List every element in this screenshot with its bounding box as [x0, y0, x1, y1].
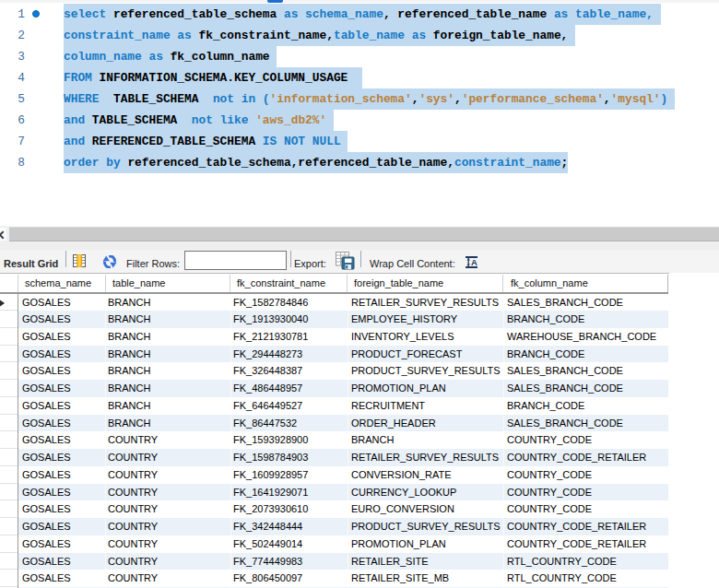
svg-text:A: A	[471, 257, 477, 267]
